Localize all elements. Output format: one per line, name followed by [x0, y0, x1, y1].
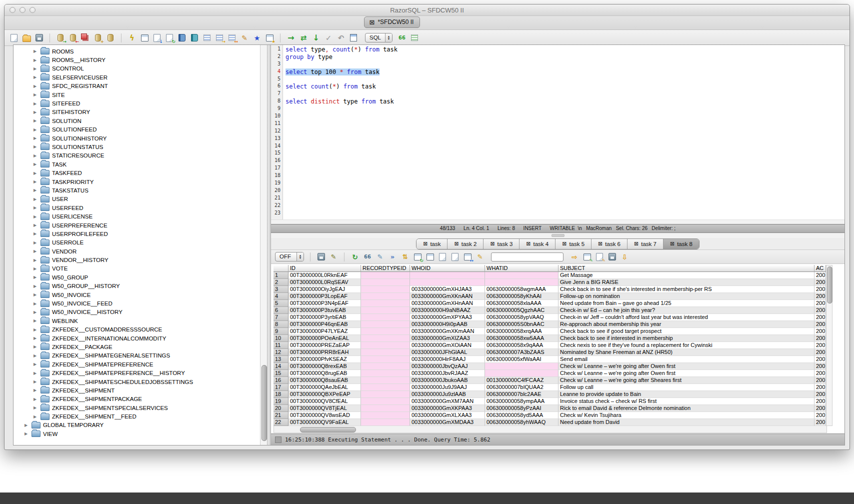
table-cell[interactable]: 00T3000000P3tuvEAB [288, 307, 361, 314]
close-tab-icon[interactable]: ⊠ [490, 241, 494, 246]
table-cell[interactable]: 0013000000C4fFCAAZ [485, 377, 558, 384]
table-cell[interactable]: 200 [814, 412, 826, 419]
sidebar-item-site[interactable]: ▶SITE [14, 90, 260, 99]
table-cell[interactable] [485, 363, 558, 370]
highlight-cells-icon[interactable]: ✎ [476, 252, 484, 262]
expand-arrow-icon[interactable]: ▶ [34, 180, 38, 184]
expand-arrow-icon[interactable]: ▶ [24, 432, 29, 436]
grid-view-icon[interactable] [426, 252, 434, 262]
table-cell[interactable] [361, 293, 410, 300]
sidebar-item-w50-invoice-feed[interactable]: ▶W50_INVOICE__FEED [14, 299, 260, 308]
sidebar-item-w50-group[interactable]: ▶W50_GROUP [14, 273, 260, 282]
table-cell[interactable]: 006300000058xw5AAA [485, 335, 558, 342]
table-cell[interactable]: 00T3000000Q8rexEAB [288, 363, 361, 370]
table-cell[interactable]: 200 [814, 293, 826, 300]
table-favorite-icon[interactable]: ★ [265, 34, 274, 42]
table-cell[interactable]: 006300000058ympAAA [485, 398, 558, 405]
table-cell[interactable]: Check w/ Leanne – we're going after Owen… [558, 363, 814, 370]
sidebar-item-userfeed[interactable]: ▶USERFEED [14, 204, 260, 212]
table-cell[interactable]: 00630000005QgzhAAC [485, 307, 558, 314]
expand-arrow-icon[interactable]: ▶ [34, 284, 38, 288]
table-cell[interactable]: Check nexis to see if they've found a re… [558, 342, 814, 349]
import-list-icon[interactable]: → [215, 34, 224, 42]
sidebar-item-solutionhistory[interactable]: ▶SOLUTIONHISTORY [14, 134, 260, 142]
edit-cell-icon[interactable]: ✎ [376, 252, 384, 262]
sidebar-item-w50-group-history[interactable]: ▶W50_GROUP__HISTORY [14, 282, 260, 290]
table-cell[interactable]: Need update from David [558, 419, 814, 426]
table-cell[interactable]: 0033000000GmXKPAA3 [410, 405, 485, 412]
view-record-icon[interactable]: 66 [363, 252, 372, 262]
results-search-input[interactable] [491, 252, 564, 262]
close-tab-icon[interactable]: ⊠ [562, 241, 566, 246]
tree-scrollbar[interactable] [260, 45, 267, 445]
table-cell[interactable]: 00T3000000QV8TjEAL [288, 405, 361, 412]
split-handle[interactable] [271, 233, 844, 238]
expand-arrow-icon[interactable]: ▶ [34, 102, 38, 106]
table-cell[interactable]: 0033000000JbvRJAAZ [410, 370, 485, 377]
table-cell[interactable]: 200 [814, 307, 826, 314]
row-number[interactable]: 7 [274, 314, 288, 321]
table-cell[interactable]: Check back to see if good target prospec… [558, 328, 814, 335]
row-number[interactable]: 20 [274, 405, 288, 412]
table-cell[interactable]: 0033000000Ju9zlAAB [410, 391, 485, 398]
expand-arrow-icon[interactable]: ▶ [34, 266, 38, 271]
table-cell[interactable]: 200 [814, 279, 826, 286]
compare-data-icon[interactable]: » [388, 252, 397, 262]
expand-arrow-icon[interactable]: ▶ [34, 397, 38, 402]
expand-arrow-icon[interactable]: ▶ [34, 380, 38, 384]
sidebar-item-zkfedex-shipmatepreference[interactable]: ▶ZKFEDEX__SHIPMATEPREFERENCE [14, 360, 260, 368]
table-cell[interactable]: 200 [814, 300, 826, 307]
sidebar-item-weblink[interactable]: ▶WEBLINK [14, 316, 260, 325]
row-number[interactable]: 2 [274, 279, 288, 286]
execute-multi-icon[interactable]: ⇄ [299, 34, 308, 42]
editor-hscrollbar[interactable] [271, 220, 844, 224]
sidebar-item-zkfedex-shipmatepreference-history[interactable]: ▶ZKFEDEX__SHIPMATEPREFERENCE__HISTORY [14, 368, 260, 377]
table-cell[interactable]: 0033000000GmXIZAA3 [410, 335, 485, 342]
table-cell[interactable]: Rick to email David & reference Delmonte… [558, 405, 814, 412]
explain-plan-icon[interactable] [410, 34, 419, 42]
table-cell[interactable]: Check w/ Leanne – we're going after Owen… [558, 370, 814, 377]
sidebar-item-solutionstatus[interactable]: ▶SOLUTIONSTATUS [14, 142, 260, 151]
column-header-whoid[interactable]: WHOID [410, 265, 485, 272]
sidebar-item-global-temporary[interactable]: ▶GLOBAL TEMPORARY [14, 421, 260, 430]
refresh-doc-icon[interactable]: ↻ [165, 34, 174, 42]
sidebar-item-userprofilefeed[interactable]: ▶USERPROFILEFEED [14, 230, 260, 238]
tree-scrollbar-thumb[interactable] [262, 365, 267, 441]
table-cell[interactable]: 0033000000JbvQzAAJ [410, 363, 485, 370]
table-cell[interactable]: 200 [814, 286, 826, 293]
table-cell[interactable]: 200 [814, 349, 826, 356]
sidebar-item-taskpriority[interactable]: ▶TASKPRIORITY [14, 178, 260, 186]
expand-arrow-icon[interactable]: ▶ [34, 118, 38, 123]
table-cell[interactable] [485, 272, 558, 279]
expand-arrow-icon[interactable]: ▶ [34, 58, 38, 62]
table-cell[interactable]: 00T3000000PREZaEAP [288, 342, 361, 349]
table-cell[interactable]: 0033000000GmXM7AAN [410, 398, 485, 405]
table-cell[interactable] [361, 370, 410, 377]
table-cell[interactable]: 200 [814, 321, 826, 328]
new-db-icon[interactable]: + [94, 34, 102, 42]
sidebar-item-vendor-history[interactable]: ▶VENDOR__HISTORY [14, 256, 260, 264]
refresh-results-icon[interactable]: ↻ [350, 252, 360, 262]
table-cell[interactable] [410, 272, 485, 279]
expand-arrow-icon[interactable]: ▶ [34, 318, 38, 323]
table-cell[interactable]: 200 [814, 356, 826, 363]
table-cell[interactable] [361, 321, 410, 328]
favorites-star-icon[interactable]: ★ [252, 34, 262, 42]
table-cell[interactable]: 00630000005xfWaAAI [485, 356, 558, 363]
expand-arrow-icon[interactable]: ▶ [34, 249, 38, 254]
expand-arrow-icon[interactable]: ▶ [34, 223, 38, 228]
sidebar-item-zkfedex-shipmentspecialservices[interactable]: ▶ZKFEDEX__SHIPMENTSPECIALSERVICES [14, 404, 260, 412]
table-cell[interactable]: 0033000000HirF8AAJ [410, 356, 485, 363]
table-cell[interactable]: 0033000000GmXHnAAN [410, 300, 485, 307]
table-cell[interactable]: Check w/ Leanne – we're going after Shea… [558, 377, 814, 384]
table-cell[interactable]: Send email [558, 356, 814, 363]
sidebar-item-w50-invoice[interactable]: ▶W50_INVOICE [14, 290, 260, 299]
expand-arrow-icon[interactable]: ▶ [34, 354, 38, 358]
table-cell[interactable]: 200 [814, 272, 826, 279]
table-cell[interactable] [361, 377, 410, 384]
expand-arrow-icon[interactable]: ▶ [34, 92, 38, 97]
table-cell[interactable]: 00630000007bIQUAA2 [485, 384, 558, 391]
table-cell[interactable]: 00T3000000Q8sauEAB [288, 377, 361, 384]
expand-arrow-icon[interactable]: ▶ [34, 144, 38, 149]
result-tab-task-7[interactable]: ⊠task 7 [627, 239, 663, 249]
